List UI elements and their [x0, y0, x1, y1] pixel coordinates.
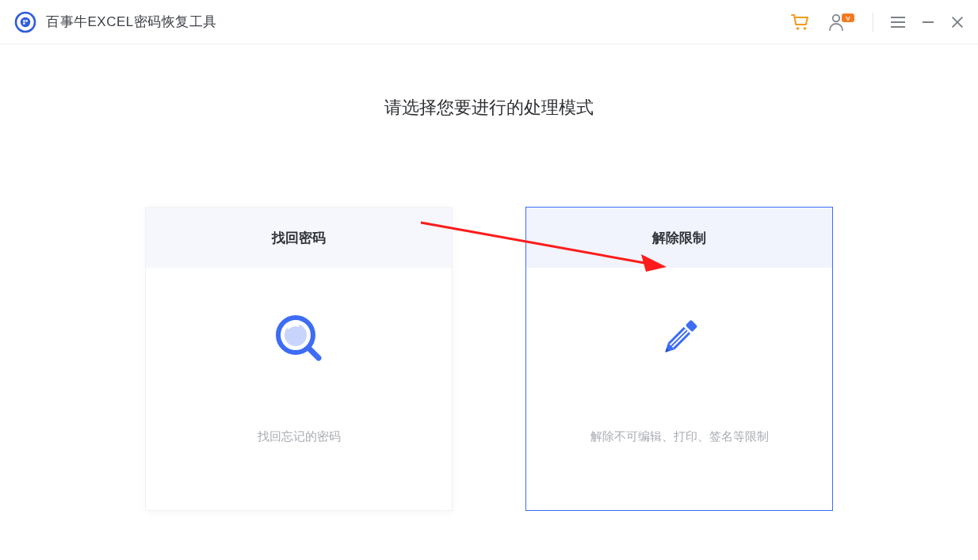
- svg-point-6: [804, 27, 807, 30]
- main-content: 请选择您要进行的处理模式 找回密码 找回忘记的密码 解除限制: [0, 44, 978, 511]
- svg-rect-4: [23, 22, 25, 24]
- cart-icon[interactable]: [790, 13, 811, 32]
- titlebar-right: V: [790, 13, 964, 32]
- titlebar-left: 百事牛EXCEL密码恢复工具: [14, 11, 217, 33]
- svg-rect-2: [23, 20, 25, 21]
- magnifier-icon: [271, 310, 327, 366]
- svg-rect-15: [686, 319, 698, 332]
- card-body: 解除不可编辑、打印、签名等限制: [590, 268, 769, 510]
- svg-point-5: [797, 27, 800, 30]
- menu-icon[interactable]: [891, 17, 905, 28]
- card-description: 找回忘记的密码: [258, 429, 341, 444]
- card-description: 解除不可编辑、打印、签名等限制: [590, 429, 769, 444]
- card-remove-restriction[interactable]: 解除限制 解除不可编辑、打印、签名等限制: [525, 207, 833, 511]
- card-title: 找回密码: [146, 208, 452, 268]
- minimize-icon[interactable]: [923, 21, 934, 23]
- titlebar: 百事牛EXCEL密码恢复工具 V: [0, 0, 978, 44]
- pencil-icon: [653, 310, 705, 366]
- app-logo: [14, 11, 36, 33]
- close-icon[interactable]: [951, 16, 964, 29]
- titlebar-divider: [873, 13, 873, 32]
- card-recover-password[interactable]: 找回密码 找回忘记的密码: [145, 207, 453, 511]
- svg-point-1: [21, 17, 30, 26]
- page-heading: 请选择您要进行的处理模式: [0, 96, 978, 120]
- svg-rect-3: [25, 20, 27, 21]
- card-body: 找回忘记的密码: [258, 268, 341, 510]
- account-vip-icon[interactable]: V: [828, 13, 855, 32]
- svg-text:V: V: [846, 14, 850, 21]
- svg-line-14: [309, 349, 319, 358]
- app-title: 百事牛EXCEL密码恢复工具: [46, 13, 217, 31]
- cards-container: 找回密码 找回忘记的密码 解除限制: [0, 207, 978, 511]
- card-title: 解除限制: [526, 208, 832, 268]
- svg-point-7: [833, 14, 839, 21]
